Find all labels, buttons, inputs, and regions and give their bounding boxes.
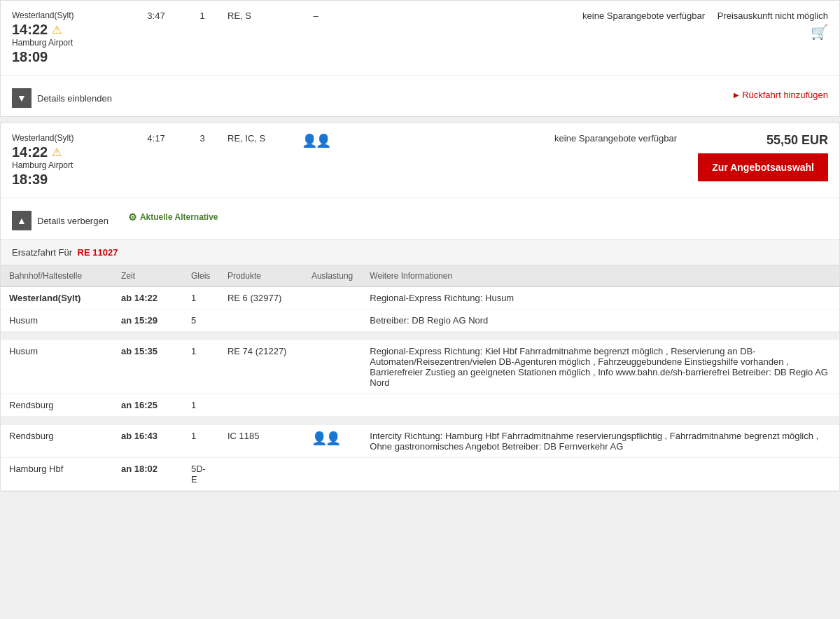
cell-auslastung [303, 310, 361, 332]
connection-row-1: Westerland(Sylt) 14:22 ⚠ Hamburg Airport… [1, 1, 839, 76]
cell-gleis: 1 [183, 340, 219, 394]
station-times-1: Westerland(Sylt) 14:22 ⚠ Hamburg Airport… [12, 11, 124, 65]
cell-station: Rendsburg [1, 394, 113, 417]
connection-card-2: Westerland(Sylt) 14:22 ⚠ Hamburg Airport… [0, 123, 840, 492]
rueckfahrt-1[interactable]: Rückfahrt hinzufügen [734, 90, 828, 100]
th-time: Zeit [113, 265, 183, 287]
cell-time: an 15:29 [113, 310, 183, 332]
details-toggle-2[interactable]: ▲ Details verbergen [12, 211, 108, 230]
buy-button-2[interactable]: Zur Angebotsauswahl [698, 153, 828, 181]
table-row: Rendsburgab 16:431IC 1185👤👤Intercity Ric… [1, 425, 839, 458]
toggle-btn-2[interactable]: ▲ [12, 211, 31, 230]
cell-product: RE 6 (32977) [219, 287, 303, 310]
th-info: Weitere Informationen [361, 265, 839, 287]
details-section-2: Ersatzfahrt Für RE 11027 Bahnhof/Haltest… [1, 239, 839, 491]
changes-2: 3 [188, 133, 216, 144]
cell-station: Hamburg Hbf [1, 458, 113, 491]
segment-separator-1 [1, 332, 839, 340]
cell-auslastung [303, 340, 361, 394]
depart-row-2: 14:22 ⚠ [12, 144, 124, 160]
ersatz-label: Ersatzfahrt Für RE 11027 [12, 247, 118, 258]
cell-time: an 18:02 [113, 458, 183, 491]
arrive-row-2: 18:39 [12, 172, 124, 188]
bottom-row-1: ▼ Details einblenden Rückfahrt hinzufüge… [1, 76, 839, 116]
warning-icon-2: ⚠ [52, 146, 62, 159]
toggle-btn-1[interactable]: ▼ [12, 88, 31, 108]
cell-product: IC 1185 [219, 425, 303, 458]
from-station-1: Westerland(Sylt) [12, 11, 124, 20]
products-1: RE, S [227, 11, 284, 21]
connection-card-1: Westerland(Sylt) 14:22 ⚠ Hamburg Airport… [0, 0, 840, 117]
duration-1: 3:47 [135, 11, 177, 21]
arrive-time-1: 18:09 [12, 49, 48, 65]
cell-auslastung: 👤👤 [303, 425, 361, 458]
cell-time: ab 16:43 [113, 425, 183, 458]
cell-gleis: 1 [183, 425, 219, 458]
cell-auslastung [303, 287, 361, 310]
from-station-2: Westerland(Sylt) [12, 133, 124, 143]
cell-time: an 16:25 [113, 394, 183, 417]
cell-station: Rendsburg [1, 425, 113, 458]
cell-time: ab 15:35 [113, 340, 183, 394]
toggle-label-1[interactable]: Details einblenden [37, 93, 112, 104]
table-row: Husumab 15:351RE 74 (21227)Regional-Expr… [1, 340, 839, 394]
cell-station: Husum [1, 310, 113, 332]
connection-row-2: Westerland(Sylt) 14:22 ⚠ Hamburg Airport… [1, 123, 839, 198]
table-row: Rendsburgan 16:251 [1, 394, 839, 417]
cart-icon-1: 🛒 [716, 24, 828, 41]
th-gleis: Gleis [183, 265, 219, 287]
occupancy-icon-2: 👤👤 [302, 133, 330, 148]
details-toggle-1[interactable]: ▼ Details einblenden [12, 88, 112, 108]
price-2: 55,50 EUR [766, 133, 828, 148]
ersatz-link[interactable]: RE 11027 [78, 247, 118, 258]
table-row: Husuman 15:295Betreiber: DB Regio AG Nor… [1, 310, 839, 332]
th-station: Bahnhof/Haltestelle [1, 265, 113, 287]
cell-time: ab 14:22 [113, 287, 183, 310]
depart-time-1: 14:22 [12, 22, 48, 38]
station-times-2: Westerland(Sylt) 14:22 ⚠ Hamburg Airport… [12, 133, 124, 188]
no-offers-2: keine Sparangebote verfügbar [348, 133, 677, 144]
warning-icon-1: ⚠ [52, 23, 62, 36]
occupancy-2: 👤👤 [295, 133, 337, 148]
cell-info: Regional-Express Richtung: Kiel Hbf Fahr… [361, 340, 839, 394]
cell-gleis: 1 [183, 287, 219, 310]
depart-time-2: 14:22 [12, 144, 48, 160]
to-station-2: Hamburg Airport [12, 160, 124, 170]
to-station-1: Hamburg Airport [12, 38, 124, 48]
cell-product [219, 458, 303, 491]
price-area-1: Preisauskunft nicht möglich 🛒 [716, 11, 828, 41]
table-header-row: Bahnhof/Haltestelle Zeit Gleis Produkte … [1, 265, 839, 287]
cell-auslastung [303, 394, 361, 417]
cell-info: Regional-Express Richtung: Husum [361, 287, 839, 310]
price-note-1: Preisauskunft nicht möglich [716, 11, 828, 21]
cell-station: Westerland(Sylt) [1, 287, 113, 310]
depart-row-1: 14:22 ⚠ [12, 22, 124, 38]
dash-label-1: – [313, 11, 318, 21]
price-buy-area-2: 55,50 EUR Zur Angebotsauswahl [688, 133, 828, 181]
dash-1: – [295, 11, 337, 21]
cell-info [361, 458, 839, 491]
cell-station: Husum [1, 340, 113, 394]
duration-2: 4:17 [135, 133, 177, 144]
cell-info [361, 394, 839, 417]
arrive-row-1: 18:09 [12, 49, 124, 65]
products-2: RE, IC, S [227, 133, 284, 144]
detail-tbody: Westerland(Sylt)ab 14:221RE 6 (32977)Reg… [1, 287, 839, 491]
ersatz-header: Ersatzfahrt Für RE 11027 [1, 240, 839, 265]
bottom-row-2: ▲ Details verbergen Aktuelle Alternative [1, 198, 839, 239]
cell-gleis: 5 [183, 310, 219, 332]
cell-info: Betreiber: DB Regio AG Nord [361, 310, 839, 332]
alt-badge-2: Aktuelle Alternative [128, 211, 218, 223]
cell-product: RE 74 (21227) [219, 340, 303, 394]
table-row: Westerland(Sylt)ab 14:221RE 6 (32977)Reg… [1, 287, 839, 310]
detail-table: Bahnhof/Haltestelle Zeit Gleis Produkte … [1, 265, 839, 491]
cell-gleis: 5D-E [183, 458, 219, 491]
cell-product [219, 310, 303, 332]
cell-auslastung [303, 458, 361, 491]
th-auslastung: Auslastung [303, 265, 361, 287]
th-products: Produkte [219, 265, 303, 287]
changes-1: 1 [188, 11, 216, 21]
arrive-time-2: 18:39 [12, 172, 48, 188]
toggle-label-2[interactable]: Details verbergen [37, 216, 108, 226]
table-row: Hamburg Hbfan 18:025D-E [1, 458, 839, 491]
